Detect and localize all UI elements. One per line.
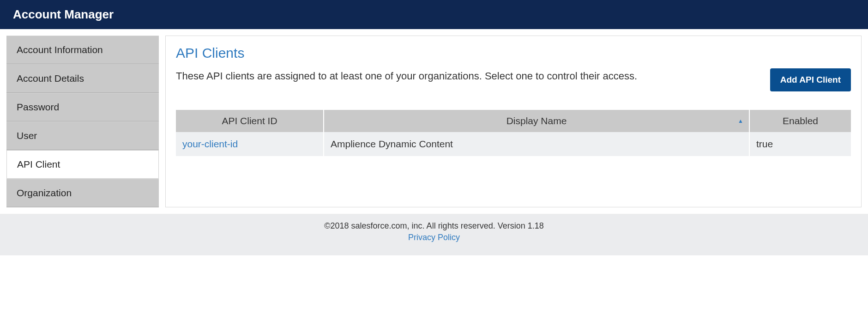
sidebar-item-user[interactable]: User: [6, 121, 159, 150]
app-header: Account Manager: [0, 0, 868, 29]
footer-copyright: ©2018 salesforce.com, inc. All rights re…: [0, 221, 868, 231]
sidebar-item-label: Account Information: [17, 44, 103, 55]
footer: ©2018 salesforce.com, inc. All rights re…: [0, 214, 868, 255]
sidebar-item-account-details[interactable]: Account Details: [6, 64, 159, 93]
sidebar-item-organization[interactable]: Organization: [6, 179, 159, 207]
api-clients-table: API Client ID Display Name ▲ Enabled you…: [176, 110, 851, 156]
column-header-label: API Client ID: [222, 115, 277, 126]
privacy-policy-link[interactable]: Privacy Policy: [0, 233, 868, 242]
column-header-label: Display Name: [506, 115, 567, 126]
cell-display-name: Amplience Dynamic Content: [324, 132, 749, 156]
cell-enabled: true: [749, 132, 851, 156]
subhead-row: These API clients are assigned to at lea…: [176, 68, 851, 91]
sidebar-item-password[interactable]: Password: [6, 93, 159, 121]
content-container: Account Information Account Details Pass…: [0, 29, 868, 214]
sidebar-item-label: Organization: [17, 187, 72, 198]
add-api-client-button[interactable]: Add API Client: [770, 68, 851, 91]
column-header-enabled[interactable]: Enabled: [749, 110, 851, 132]
app-title: Account Manager: [13, 7, 114, 21]
sidebar-item-label: User: [17, 130, 37, 141]
page-title: API Clients: [176, 45, 851, 61]
sidebar-item-label: Account Details: [17, 73, 84, 84]
cell-client-id-link[interactable]: your-client-id: [176, 132, 324, 156]
sidebar: Account Information Account Details Pass…: [6, 36, 159, 207]
column-header-client-id[interactable]: API Client ID: [176, 110, 324, 132]
sort-asc-icon: ▲: [738, 118, 743, 124]
column-header-label: Enabled: [783, 115, 818, 126]
main-panel: API Clients These API clients are assign…: [165, 36, 862, 207]
sidebar-item-label: Password: [17, 102, 59, 112]
column-header-display-name[interactable]: Display Name ▲: [324, 110, 749, 132]
sidebar-item-api-client[interactable]: API Client: [6, 150, 159, 179]
sidebar-item-label: API Client: [17, 159, 60, 169]
table-row: your-client-id Amplience Dynamic Content…: [176, 132, 851, 156]
table-header-row: API Client ID Display Name ▲ Enabled: [176, 110, 851, 132]
sidebar-item-account-information[interactable]: Account Information: [6, 36, 159, 64]
page-subhead: These API clients are assigned to at lea…: [176, 68, 752, 84]
